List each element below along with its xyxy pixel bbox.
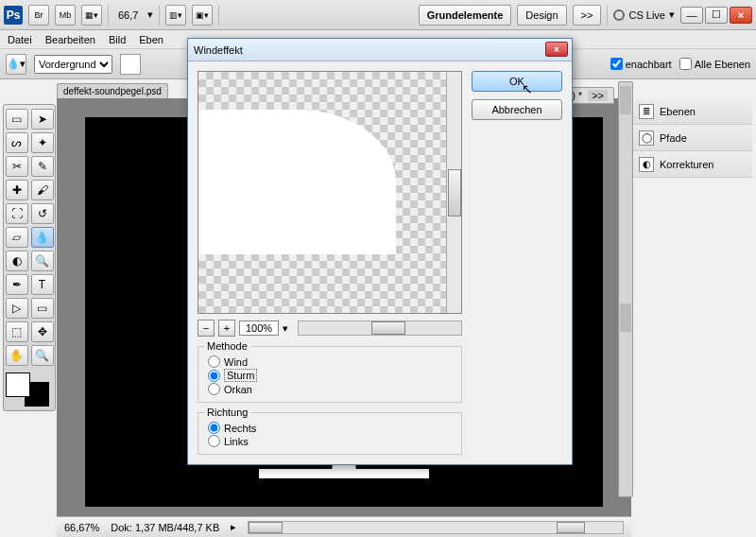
direction-legend: Richtung — [204, 407, 250, 418]
minibridge-button[interactable]: Mb — [55, 5, 76, 26]
adjust-icon: ◐ — [639, 157, 654, 172]
zoom-tool[interactable]: 🔍 — [31, 345, 54, 366]
brush-tool[interactable]: 🖌 — [31, 180, 54, 200]
zoom-level[interactable]: 66,7 — [114, 9, 142, 21]
all-layers-checkbox[interactable]: Alle Ebenen — [679, 58, 750, 70]
panel-layers[interactable]: ≣Ebenen — [633, 98, 752, 125]
method-orkan-radio[interactable]: Orkan — [208, 383, 452, 395]
camera-tool[interactable]: ✥ — [31, 321, 54, 342]
preview-horizontal-scrollbar[interactable] — [298, 320, 462, 336]
document-tab[interactable]: deffekt-soundpegel.psd — [57, 83, 168, 98]
preview-vertical-scrollbar[interactable] — [446, 72, 461, 313]
crop-tool[interactable]: ✂ — [6, 156, 28, 177]
status-zoom[interactable]: 66,67% — [64, 522, 99, 533]
window-minimize-button[interactable]: — — [680, 7, 703, 24]
application-bar: Ps Br Mb ▦▾ 66,7▾ ▥▾ ▣▾ Grundelemente De… — [0, 0, 756, 30]
method-legend: Methode — [204, 340, 250, 352]
3d-tool[interactable]: ⬚ — [6, 321, 28, 342]
horizontal-scrollbar[interactable] — [248, 521, 624, 534]
scrollbar-thumb[interactable] — [448, 169, 461, 217]
cancel-button[interactable]: Abbrechen — [472, 99, 562, 120]
cslive-icon — [613, 9, 625, 21]
right-panels: ≣Ebenen ◯Pfade ◐Korrekturen — [633, 98, 752, 178]
direction-right-radio[interactable]: Rechts — [208, 422, 452, 434]
dialog-titlebar[interactable]: Windeffekt × — [188, 39, 572, 61]
menu-layer[interactable]: Eben — [139, 34, 163, 45]
preview-zoom-controls: − + 100% ▾ — [198, 320, 462, 337]
eraser-tool[interactable]: ▱ — [6, 227, 28, 248]
menu-image[interactable]: Bild — [109, 34, 126, 45]
filter-preview[interactable] — [198, 71, 462, 314]
collapsed-panel-strip[interactable] — [618, 81, 633, 497]
bridge-button[interactable]: Br — [28, 5, 49, 26]
move-tool[interactable]: ▭ — [6, 109, 28, 130]
window-close-button[interactable]: × — [730, 7, 752, 24]
path-select-tool[interactable]: ▷ — [6, 298, 28, 319]
color-swatches[interactable] — [6, 372, 49, 407]
tool-palette: ▭➤ ᔕ✦ ✂✎ ✚🖌 ⛶↺ ▱💧 ◐🔍 ✒T ▷▭ ⬚✥ ✋🔍 — [3, 104, 56, 411]
zoom-dropdown-icon[interactable]: ▾ — [283, 322, 288, 335]
menu-file[interactable]: Datei — [8, 34, 32, 45]
dialog-title: Windeffekt — [194, 44, 243, 56]
scrollbar-thumb[interactable] — [557, 522, 585, 533]
zoom-out-button[interactable]: − — [198, 320, 215, 337]
eyedropper-tool[interactable]: ✎ — [31, 156, 54, 177]
direction-group: Richtung Rechts Links — [198, 412, 462, 455]
dialog-close-button[interactable]: × — [545, 42, 568, 57]
mode-select[interactable]: Vordergrund — [34, 55, 112, 74]
heal-tool[interactable]: ✚ — [6, 180, 28, 200]
lasso-tool[interactable]: ᔕ — [6, 132, 28, 153]
panel-grip-icon — [620, 303, 631, 332]
screen-mode-button[interactable]: ▣▾ — [192, 5, 213, 26]
cs-live[interactable]: CS Live▾ — [613, 9, 675, 21]
status-bar: 66,67% Dok: 1,37 MB/448,7 KB▸ — [57, 516, 631, 537]
arrow-tool[interactable]: ➤ — [31, 109, 54, 130]
blur-tool[interactable]: ◐ — [6, 251, 28, 271]
dodge-tool[interactable]: 🔍 — [31, 251, 54, 271]
adjacent-checkbox[interactable]: enachbart — [610, 58, 672, 70]
method-group: Methode Wind Sturm Orkan — [198, 346, 462, 403]
workspace-more[interactable]: >> — [573, 5, 602, 26]
wand-tool[interactable]: ✦ — [31, 132, 54, 153]
direction-left-radio[interactable]: Links — [208, 435, 452, 447]
hand-tool[interactable]: ✋ — [6, 345, 28, 366]
panel-paths[interactable]: ◯Pfade — [633, 125, 752, 151]
bucket-tool[interactable]: 💧 — [31, 227, 54, 248]
wind-filter-dialog: Windeffekt × − + 100% ▾ Methode Wind Stu… — [187, 38, 573, 465]
method-sturm-radio[interactable]: Sturm — [208, 369, 452, 382]
panel-grip-icon — [620, 86, 631, 114]
window-maximize-button[interactable]: ☐ — [705, 7, 728, 24]
ok-button[interactable]: OK↖ — [472, 71, 562, 92]
status-docsize[interactable]: Dok: 1,37 MB/448,7 KB — [111, 522, 219, 533]
preview-zoom-value[interactable]: 100% — [239, 320, 279, 336]
active-tool-icon[interactable]: 💧▾ — [6, 54, 26, 75]
preview-artwork — [198, 110, 396, 254]
workspace-design[interactable]: Design — [517, 5, 566, 26]
shape-tool[interactable]: ▭ — [31, 298, 54, 319]
zoom-in-button[interactable]: + — [218, 320, 235, 337]
pen-tool[interactable]: ✒ — [6, 274, 28, 295]
method-wind-radio[interactable]: Wind — [208, 355, 452, 368]
stamp-tool[interactable]: ⛶ — [6, 203, 28, 224]
type-tool[interactable]: T — [31, 274, 54, 295]
scrollbar-thumb[interactable] — [371, 321, 405, 335]
photoshop-logo-icon: Ps — [4, 6, 23, 25]
scrollbar-thumb[interactable] — [249, 522, 283, 533]
layers-icon: ≣ — [639, 104, 654, 119]
history-brush-tool[interactable]: ↺ — [31, 203, 54, 224]
foreground-color-swatch[interactable] — [6, 372, 30, 397]
workspace-essentials[interactable]: Grundelemente — [419, 5, 512, 26]
panel-adjustments[interactable]: ◐Korrekturen — [633, 151, 752, 178]
view-extras-button[interactable]: ▦▾ — [81, 5, 102, 26]
menu-edit[interactable]: Bearbeiten — [45, 34, 95, 45]
paths-icon: ◯ — [639, 130, 654, 146]
color-swatch[interactable] — [120, 54, 141, 75]
arrange-docs-button[interactable]: ▥▾ — [165, 5, 186, 26]
